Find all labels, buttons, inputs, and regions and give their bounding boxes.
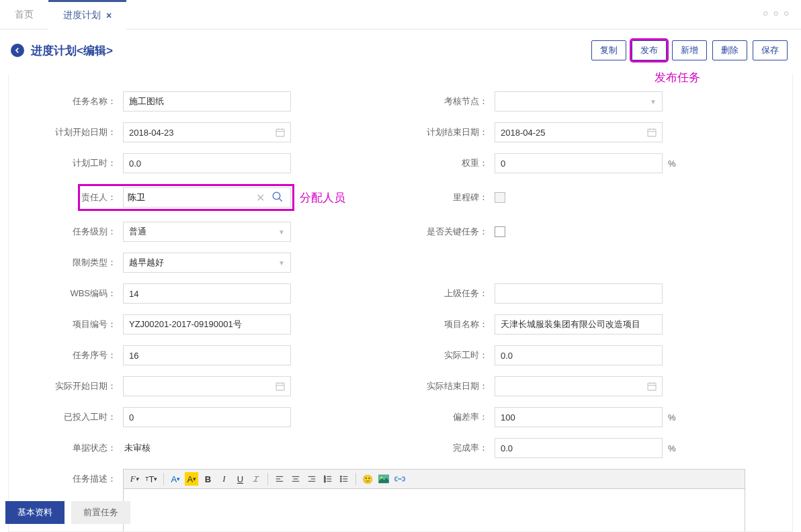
label-milestone: 里程碑：	[414, 191, 495, 204]
svg-rect-4	[648, 129, 656, 136]
label-task-name: 任务名称：	[42, 95, 123, 107]
calendar-icon[interactable]	[275, 381, 286, 392]
svg-rect-14	[648, 383, 656, 390]
label-wbs: WBS编码：	[42, 287, 123, 300]
underline-button[interactable]: U	[233, 472, 247, 486]
align-left-button[interactable]	[273, 472, 286, 486]
ordered-list-button[interactable]: 123	[321, 472, 335, 486]
bottom-tab-basic[interactable]: 基本资料	[5, 501, 65, 524]
svg-point-8	[273, 192, 280, 200]
is-key-checkbox[interactable]	[495, 226, 505, 237]
actual-start-input[interactable]	[123, 376, 291, 396]
italic-button[interactable]: I	[217, 472, 230, 486]
task-level-select[interactable]: 普通▼	[123, 222, 291, 242]
back-icon[interactable]	[11, 44, 24, 57]
label-completion: 完成率：	[414, 442, 495, 454]
assess-node-select[interactable]: ▼	[495, 91, 663, 112]
svg-rect-10	[276, 383, 284, 390]
doc-status-text: 未审核	[123, 442, 151, 454]
task-seq-input[interactable]	[123, 345, 291, 365]
weight-input[interactable]	[495, 153, 663, 173]
label-is-key: 是否关键任务：	[414, 226, 495, 238]
clear-icon[interactable]: ✕	[252, 191, 269, 204]
label-invested-hours: 已投入工时：	[42, 411, 123, 423]
label-actual-hours: 实际工时：	[414, 349, 495, 361]
label-project-no: 项目编号：	[42, 318, 123, 330]
align-center-button[interactable]	[289, 472, 302, 486]
label-task-level: 任务级别：	[42, 226, 123, 238]
svg-point-36	[341, 476, 342, 478]
unordered-list-button[interactable]	[337, 472, 351, 486]
project-no-input[interactable]	[123, 314, 291, 335]
label-plan-end: 计划结束日期：	[414, 126, 495, 138]
font-family-button[interactable]: F▾	[128, 472, 141, 486]
parent-task-input[interactable]	[495, 283, 663, 304]
label-assess-node: 考核节点：	[414, 95, 495, 107]
task-name-input[interactable]	[123, 91, 291, 112]
constraint-select[interactable]: 越早越好▼	[123, 253, 291, 273]
clear-format-button[interactable]	[249, 472, 263, 486]
header-actions: 复制 发布 新增 删除 保存	[591, 40, 788, 60]
svg-line-9	[279, 198, 282, 202]
form-container: 任务名称： 考核节点： ▼ 计划开始日期： 计划结束日期： 计	[8, 74, 793, 532]
project-name-input[interactable]	[495, 314, 663, 335]
chevron-down-icon: ▼	[278, 259, 285, 267]
responsible-input[interactable]	[128, 193, 252, 203]
richtext-editor[interactable]	[123, 489, 745, 532]
wbs-input[interactable]	[123, 283, 291, 304]
milestone-checkbox[interactable]	[495, 192, 505, 203]
label-constraint: 限制类型：	[42, 257, 123, 269]
save-button[interactable]: 保存	[753, 40, 788, 60]
calendar-icon[interactable]	[646, 127, 657, 138]
invested-hours-input[interactable]	[123, 407, 291, 427]
label-parent-task: 上级任务：	[414, 287, 495, 300]
annotation-assign: 分配人员	[300, 190, 345, 206]
image-button[interactable]	[377, 472, 390, 486]
svg-point-37	[341, 478, 342, 480]
font-size-button[interactable]: TT▾	[144, 472, 159, 486]
label-weight: 权重：	[414, 157, 495, 169]
label-task-desc: 任务描述：	[42, 469, 123, 485]
unit-percent: %	[668, 412, 676, 423]
label-deviation: 偏差率：	[414, 411, 495, 423]
delete-button[interactable]: 删除	[712, 40, 747, 60]
tab-close-icon[interactable]: ×	[106, 10, 112, 21]
chevron-down-icon: ▼	[278, 228, 285, 236]
align-right-button[interactable]	[305, 472, 319, 486]
plan-start-input[interactable]	[123, 122, 291, 142]
label-responsible: 责任人：	[81, 191, 123, 204]
plan-end-input[interactable]	[495, 122, 663, 142]
search-icon[interactable]	[269, 191, 286, 205]
bottom-tabs: 基本资料 前置任务	[5, 501, 130, 524]
emoji-button[interactable]: 🙂	[361, 472, 374, 486]
page-header: 进度计划<编辑> 复制 发布 新增 删除 保存	[0, 30, 801, 69]
label-doc-status: 单据状态：	[42, 442, 123, 454]
completion-input[interactable]	[495, 438, 663, 458]
svg-point-38	[341, 481, 342, 482]
label-plan-start: 计划开始日期：	[42, 126, 123, 138]
plan-hours-input[interactable]	[123, 153, 291, 173]
label-project-name: 项目名称：	[414, 318, 495, 330]
publish-button[interactable]: 发布	[632, 40, 667, 60]
svg-point-40	[381, 477, 383, 479]
copy-button[interactable]: 复制	[591, 40, 626, 60]
tab-progress-plan[interactable]: 进度计划 ×	[48, 0, 126, 30]
font-color-button[interactable]: A▾	[169, 472, 182, 486]
calendar-icon[interactable]	[646, 381, 657, 392]
add-button[interactable]: 新增	[672, 40, 707, 60]
svg-rect-0	[276, 129, 284, 136]
tabs-more-icon[interactable]: ○ ○ ○	[763, 8, 790, 18]
unit-percent: %	[668, 443, 676, 453]
actual-hours-input[interactable]	[495, 345, 663, 365]
deviation-input[interactable]	[495, 407, 663, 427]
label-actual-start: 实际开始日期：	[42, 380, 123, 392]
link-button[interactable]	[393, 472, 407, 486]
tab-home[interactable]: 首页	[0, 0, 48, 30]
chevron-down-icon: ▼	[650, 98, 657, 105]
tab-label: 进度计划	[63, 9, 101, 21]
bottom-tab-pre[interactable]: 前置任务	[71, 501, 130, 524]
highlight-button[interactable]: A▾	[185, 472, 198, 486]
bold-button[interactable]: B	[201, 472, 214, 486]
actual-end-input[interactable]	[495, 376, 663, 396]
calendar-icon[interactable]	[275, 127, 286, 138]
